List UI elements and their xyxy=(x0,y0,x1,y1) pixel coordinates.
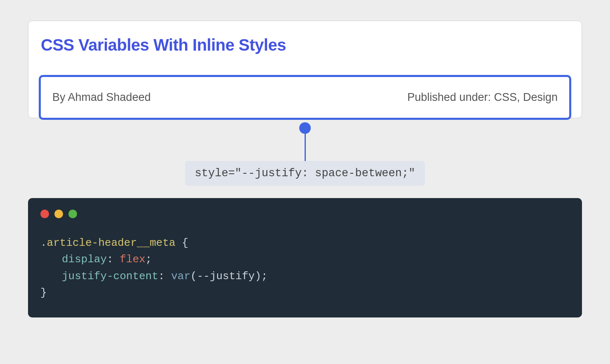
code-paren-open: ( xyxy=(190,270,197,282)
inline-style-label: style="--justify: space-between;" xyxy=(185,161,425,186)
article-card: CSS Variables With Inline Styles By Ahma… xyxy=(28,21,582,118)
code-semicolon: ; xyxy=(145,253,152,266)
code-selector: .article-header__meta xyxy=(40,237,176,249)
close-icon xyxy=(40,210,49,218)
code-func-var: var xyxy=(171,270,190,282)
article-meta-row: By Ahmad Shadeed Published under: CSS, D… xyxy=(39,75,571,120)
code-line-1: .article-header__meta { xyxy=(40,235,570,251)
code-prop-display: display xyxy=(62,253,107,266)
published-text: Published under: CSS, Design xyxy=(407,91,558,104)
connector-dot-icon xyxy=(299,122,311,134)
code-line-3: justify-content: var(--justify); xyxy=(40,268,570,285)
window-controls xyxy=(40,210,570,218)
code-val-flex: flex xyxy=(120,253,145,266)
code-brace-close: } xyxy=(40,287,47,299)
code-prop-justify: justify-content xyxy=(62,270,158,282)
minimize-icon xyxy=(54,210,63,218)
card-inner: CSS Variables With Inline Styles By Ahma… xyxy=(28,21,582,120)
code-brace-open: { xyxy=(176,237,188,249)
connector: style="--justify: space-between;" xyxy=(28,122,582,186)
code-paren-close: ) xyxy=(255,270,261,282)
code-block: .article-header__meta { display: flex; j… xyxy=(28,198,582,317)
code-var-name: --justify xyxy=(197,270,255,282)
code-semicolon: ; xyxy=(261,270,268,282)
article-title: CSS Variables With Inline Styles xyxy=(41,36,569,54)
code-sep: : xyxy=(107,253,120,266)
code-sep: : xyxy=(158,270,171,282)
byline-text: By Ahmad Shadeed xyxy=(52,91,151,104)
code-line-4: } xyxy=(40,285,570,301)
maximize-icon xyxy=(68,210,77,218)
code-line-2: display: flex; xyxy=(40,251,570,268)
connector-line xyxy=(305,133,306,161)
